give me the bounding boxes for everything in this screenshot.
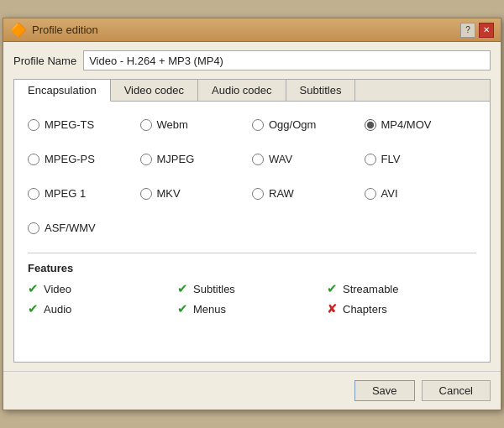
- titlebar-buttons: ? ✕: [460, 23, 494, 38]
- radio-asf-wmv[interactable]: [28, 222, 39, 234]
- radio-label-flv: FLV: [381, 153, 401, 165]
- check-icon-subtitles: ✔: [177, 281, 188, 296]
- cancel-button[interactable]: Cancel: [422, 380, 491, 401]
- feature-label-streamable: Streamable: [343, 283, 398, 295]
- feature-label-video: Video: [44, 283, 71, 295]
- radio-item-mjpeg: MJPEG: [140, 148, 253, 170]
- content-area: Profile Name Encapsulation Video codec A…: [3, 42, 501, 371]
- radio-label-avi: AVI: [381, 187, 398, 200]
- radio-label-mpeg1: MPEG 1: [45, 187, 86, 200]
- radio-item-empty1: [140, 217, 253, 239]
- profile-name-row: Profile Name: [13, 50, 491, 70]
- feature-video: ✔ Video: [28, 281, 177, 296]
- radio-label-mkv: MKV: [157, 187, 181, 200]
- feature-label-chapters: Chapters: [343, 303, 387, 316]
- features-title: Features: [28, 262, 476, 274]
- radio-item-mp4-mov: MP4/MOV: [365, 113, 477, 136]
- help-button[interactable]: ?: [460, 23, 475, 38]
- radio-item-mpeg-ts: MPEG-TS: [28, 113, 140, 136]
- profile-name-input[interactable]: [83, 50, 491, 70]
- radio-item-mkv: MKV: [140, 182, 253, 205]
- radio-raw[interactable]: [252, 188, 264, 200]
- save-button[interactable]: Save: [354, 380, 415, 401]
- features-grid: ✔ Video ✔ Subtitles ✔ Streamable ✔: [28, 281, 476, 316]
- main-window: 🔶 Profile edition ? ✕ Profile Name Encap…: [3, 18, 501, 410]
- radio-wav[interactable]: [252, 154, 264, 165]
- check-icon-video: ✔: [28, 281, 39, 296]
- tab-content-encapsulation: MPEG-TS Webm Ogg/Ogm MP4/MOV: [14, 102, 490, 362]
- radio-mkv[interactable]: [140, 188, 152, 200]
- tabs-header: Encapsulation Video codec Audio codec Su…: [14, 80, 490, 102]
- radio-item-mpeg1: MPEG 1: [28, 182, 140, 205]
- encapsulation-options-grid: MPEG-TS Webm Ogg/Ogm MP4/MOV: [28, 113, 476, 239]
- close-button[interactable]: ✕: [479, 23, 494, 38]
- radio-item-mpeg-ps: MPEG-PS: [28, 148, 140, 170]
- footer: Save Cancel: [3, 371, 501, 410]
- cross-icon-chapters: ✘: [327, 301, 338, 316]
- titlebar-left: 🔶 Profile edition: [10, 22, 98, 38]
- radio-label-webm: Webm: [157, 118, 188, 131]
- feature-label-menus: Menus: [193, 303, 226, 316]
- radio-ogg-ogm[interactable]: [252, 119, 264, 131]
- radio-label-ogg-ogm: Ogg/Ogm: [269, 118, 316, 131]
- check-icon-menus: ✔: [177, 301, 188, 316]
- feature-audio: ✔ Audio: [28, 301, 177, 316]
- radio-label-wav: WAV: [269, 153, 292, 165]
- tab-encapsulation[interactable]: Encapsulation: [14, 80, 111, 102]
- tab-audio-codec[interactable]: Audio codec: [198, 80, 286, 101]
- tab-video-codec[interactable]: Video codec: [111, 80, 198, 101]
- radio-item-avi: AVI: [365, 182, 477, 205]
- radio-item-empty3: [365, 217, 477, 239]
- titlebar: 🔶 Profile edition ? ✕: [3, 18, 501, 42]
- radio-flv[interactable]: [365, 154, 376, 165]
- radio-item-flv: FLV: [365, 148, 477, 170]
- radio-mp4-mov[interactable]: [365, 119, 376, 131]
- feature-menus: ✔ Menus: [177, 301, 327, 316]
- radio-mjpeg[interactable]: [140, 154, 152, 165]
- radio-item-raw: RAW: [252, 182, 365, 205]
- radio-label-raw: RAW: [269, 187, 294, 200]
- feature-label-subtitles: Subtitles: [193, 283, 235, 295]
- radio-label-mpeg-ps: MPEG-PS: [45, 153, 95, 165]
- radio-item-asf-wmv: ASF/WMV: [28, 217, 140, 239]
- features-section: Features ✔ Video ✔ Subtitles ✔ Streamabl: [28, 253, 476, 316]
- vlc-icon: 🔶: [10, 22, 27, 38]
- radio-label-mp4-mov: MP4/MOV: [381, 118, 432, 131]
- feature-subtitles: ✔ Subtitles: [177, 281, 327, 296]
- tab-subtitles[interactable]: Subtitles: [286, 80, 356, 101]
- radio-avi[interactable]: [365, 188, 376, 200]
- feature-streamable: ✔ Streamable: [327, 281, 476, 296]
- check-icon-audio: ✔: [28, 301, 39, 316]
- check-icon-streamable: ✔: [327, 281, 338, 296]
- radio-item-empty2: [252, 217, 365, 239]
- feature-label-audio: Audio: [44, 303, 71, 316]
- feature-chapters: ✘ Chapters: [327, 301, 476, 316]
- radio-mpeg1[interactable]: [28, 188, 39, 200]
- radio-webm[interactable]: [140, 119, 152, 131]
- radio-item-ogg-ogm: Ogg/Ogm: [252, 113, 365, 136]
- radio-label-mpeg-ts: MPEG-TS: [45, 118, 94, 131]
- radio-item-wav: WAV: [252, 148, 365, 170]
- radio-item-webm: Webm: [140, 113, 253, 136]
- radio-mpeg-ts[interactable]: [28, 119, 39, 131]
- profile-name-label: Profile Name: [13, 55, 76, 67]
- tabs-container: Encapsulation Video codec Audio codec Su…: [13, 79, 491, 363]
- radio-label-asf-wmv: ASF/WMV: [45, 222, 96, 234]
- titlebar-title: Profile edition: [32, 23, 98, 36]
- radio-label-mjpeg: MJPEG: [157, 153, 195, 165]
- radio-mpeg-ps[interactable]: [28, 154, 39, 165]
